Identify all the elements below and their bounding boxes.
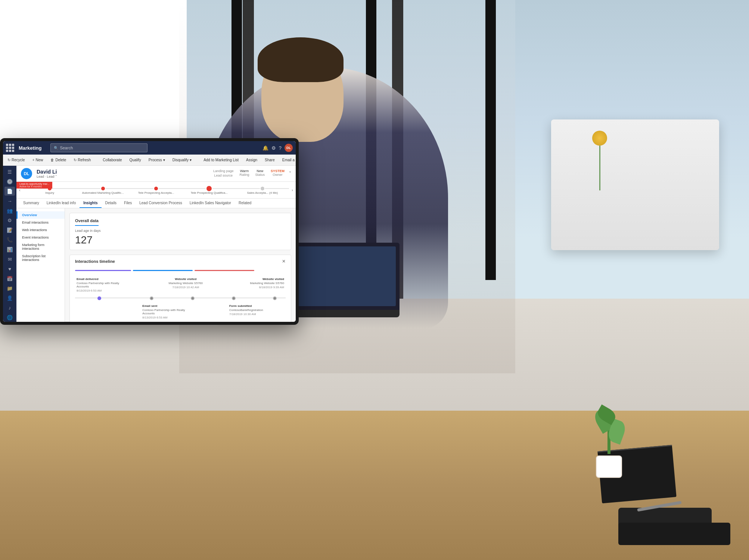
- nav-subscription-list-interactions[interactable]: Subscription list interactions: [16, 252, 65, 264]
- timeline-dot-3: [191, 296, 195, 300]
- bg-monitor: [551, 119, 719, 250]
- sidebar-folder-icon[interactable]: 📁: [4, 284, 15, 293]
- lead-age-label: Lead age in days: [75, 229, 286, 233]
- sidebar-clock-icon[interactable]: 🕐: [4, 177, 15, 186]
- nav-marketing-form-interactions[interactable]: Marketing form interactions: [16, 241, 65, 252]
- header-right-icons: 🔔 ⚙ ? DL: [262, 144, 293, 152]
- record-avatar: DL: [21, 168, 32, 179]
- crm-tabs: Summary LinkedIn lead info Insights Deta…: [16, 199, 296, 208]
- timeline-close-button[interactable]: ✕: [282, 259, 286, 264]
- qualify-button[interactable]: Qualify: [128, 157, 143, 163]
- pipeline-stage-2[interactable]: Automated Marketing Qualific...: [76, 186, 129, 195]
- tab-details[interactable]: Details: [102, 199, 121, 208]
- pipeline-next-button[interactable]: ›: [289, 183, 296, 197]
- timeline-center-line: [75, 298, 286, 298]
- process-button[interactable]: Process ▾: [147, 157, 167, 163]
- email-link-button[interactable]: Email a Link: [281, 157, 296, 163]
- pipeline-stage-3[interactable]: Tele Prospecting Accepta...: [130, 186, 183, 195]
- collaborate-button[interactable]: Collaborate: [101, 157, 123, 163]
- lead-age-section: Lead age in days 127: [75, 229, 286, 246]
- record-type: Lead · Lead ˅: [37, 175, 209, 178]
- insights-nav: Overview Email interactions Web interact…: [16, 208, 65, 322]
- plant-on-desk: [596, 417, 622, 478]
- timeline-dot-5: [273, 296, 277, 300]
- tab-related[interactable]: Related: [235, 199, 255, 208]
- timeline-event-1: Email delivered Contoso Partnership with…: [77, 277, 121, 292]
- insights-content: Overall data Lead age in days 127 Intera…: [65, 208, 296, 322]
- pipeline-stages: Inquiry Automated Marketing Qualific... …: [23, 186, 289, 195]
- bell-icon[interactable]: 🔔: [262, 145, 268, 151]
- monitor-screen: Marketing 🔍 Search 🔔 ⚙ ? DL ↻: [3, 141, 296, 322]
- record-name: David Li: [37, 169, 209, 175]
- sidebar-phone-icon[interactable]: 📞: [4, 235, 15, 244]
- record-header: DL David Li Lead · Lead ˅: [16, 166, 296, 182]
- nav-overview[interactable]: Overview: [16, 211, 65, 219]
- timeline-card-header: Interactions timeline ✕: [75, 259, 286, 264]
- stage-circle-5: [260, 186, 265, 191]
- timeline-event-5: Form submitted ContosoBankRegistration 7…: [229, 304, 263, 319]
- timeline-dots-row: [75, 295, 286, 301]
- sidebar-music-icon[interactable]: ♪: [4, 303, 15, 312]
- tab-linkedin-info[interactable]: LinkedIn lead info: [43, 199, 80, 208]
- nav-email-interactions[interactable]: Email interactions: [16, 219, 65, 226]
- user-avatar[interactable]: DL: [285, 144, 293, 152]
- nav-event-interactions[interactable]: Event interactions: [16, 234, 65, 241]
- timeline-top-events: Email delivered Contoso Partnership with…: [75, 277, 286, 292]
- delete-button[interactable]: 🗑 Delete: [49, 157, 68, 163]
- timeline-color-bars: [75, 270, 286, 271]
- stage-label-5: Sales Accepta... (4 Mo): [247, 191, 278, 195]
- sidebar-notes-icon[interactable]: 📝: [4, 225, 15, 234]
- stage-circle-3: [153, 186, 159, 191]
- timeline-dot-1: [97, 296, 101, 300]
- sidebar-mail-icon[interactable]: ✉: [4, 255, 15, 264]
- sidebar-people-icon[interactable]: 👥: [4, 206, 15, 215]
- app-grid-icon[interactable]: [6, 144, 14, 152]
- sidebar-hamburger-icon[interactable]: ☰: [4, 167, 15, 176]
- timeline-event-2: Website visited Marketing Website S5760 …: [169, 277, 203, 292]
- timeline-event-3: Website visited Marketing Website S5760 …: [250, 277, 284, 292]
- crm-toolbar: ↻ Recycle + New 🗑 Delete ↻ Refresh Col: [3, 155, 296, 166]
- disqualify-chevron-icon: ▾: [190, 158, 192, 162]
- sidebar-arrow-icon[interactable]: →: [4, 196, 15, 205]
- record-meta-owner: SYSTEM Owner: [271, 169, 285, 178]
- share-button[interactable]: Share: [263, 157, 276, 163]
- trash-icon: 🗑: [50, 158, 54, 162]
- nav-web-interactions[interactable]: Web interactions: [16, 226, 65, 234]
- crm-content-area: ☰ 🕐 📄 → 👥 ⚙ 📝 📞 📊 ✉ ♥ 📅 📁 👤 ♪ 🌐: [3, 166, 296, 322]
- sidebar-calendar-icon[interactable]: 📅: [4, 274, 15, 283]
- recycle-button[interactable]: ↻ Recycle: [6, 157, 27, 163]
- sidebar-document-icon[interactable]: 📄: [4, 187, 15, 196]
- timeline-title: Interactions timeline: [75, 259, 282, 264]
- search-icon: 🔍: [54, 146, 58, 150]
- add-marketing-button[interactable]: Add to Marketing List: [202, 157, 240, 163]
- tab-summary[interactable]: Summary: [19, 199, 43, 208]
- timeline-dot-2: [150, 296, 153, 300]
- stage-label-1: Inquiry: [45, 191, 54, 195]
- search-bar[interactable]: 🔍 Search: [50, 143, 147, 152]
- refresh-button[interactable]: ↻ Refresh: [72, 157, 92, 163]
- help-icon[interactable]: ?: [279, 145, 282, 151]
- sidebar-heart-icon[interactable]: ♥: [4, 264, 15, 273]
- pipeline-stage-4[interactable]: Tele Prospecting Qualifica...: [183, 186, 236, 195]
- disqualify-button[interactable]: Disqualify ▾: [171, 157, 193, 163]
- stage-label-2: Automated Marketing Qualific...: [82, 191, 124, 195]
- chevron-right-icon: ›: [292, 188, 293, 192]
- sidebar-settings-icon[interactable]: ⚙: [4, 216, 15, 225]
- tab-lead-conversion[interactable]: Lead Conversion Process: [136, 199, 186, 208]
- timeline-bottom-events: Email sent Contoso Partnership with Real…: [75, 304, 286, 319]
- new-button[interactable]: + New: [31, 157, 45, 163]
- tab-insights[interactable]: Insights: [80, 199, 101, 208]
- process-chevron-icon: ▾: [163, 158, 165, 162]
- pipeline-active-label: Lead-to-opportunity mar... Active for 4 …: [16, 182, 52, 189]
- gear-icon[interactable]: ⚙: [271, 145, 276, 151]
- pipeline-stage-5[interactable]: Sales Accepta... (4 Mo): [236, 186, 289, 195]
- tab-linkedin-sales[interactable]: LinkedIn Sales Navigator: [186, 199, 235, 208]
- sidebar-globe-icon[interactable]: 🌐: [4, 313, 15, 322]
- assign-button[interactable]: Assign: [245, 157, 259, 163]
- tab-files[interactable]: Files: [120, 199, 136, 208]
- white-bg-area: [0, 0, 187, 149]
- sidebar-activity-icon[interactable]: 📊: [4, 245, 15, 254]
- timeline-dot-4: [232, 296, 236, 300]
- record-expand-icon[interactable]: ˅: [289, 171, 291, 176]
- sidebar-person-icon[interactable]: 👤: [4, 293, 15, 302]
